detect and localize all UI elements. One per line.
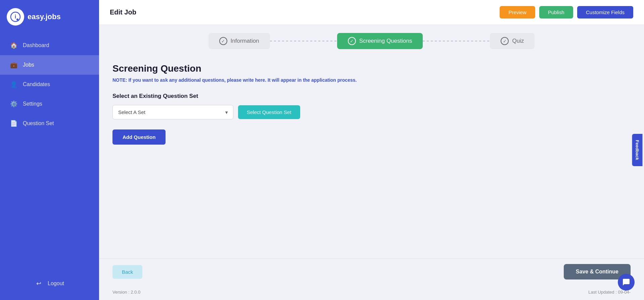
footer: Version : 2.0.0 Last Updated : 09-04- bbox=[99, 286, 644, 300]
add-question-button[interactable]: Add Question bbox=[112, 129, 166, 145]
sidebar: i easy.jobs 🏠 Dashboard 💼 Jobs 👤 Candida… bbox=[0, 0, 99, 300]
note-prefix: NOTE: bbox=[112, 77, 127, 83]
note-body: If you want to ask any additional questi… bbox=[128, 77, 357, 83]
customize-fields-button[interactable]: Customize Fields bbox=[577, 6, 633, 18]
settings-icon: ⚙️ bbox=[10, 100, 17, 108]
version-text: Version : 2.0.0 bbox=[112, 290, 140, 295]
sidebar-label-question-set: Question Set bbox=[23, 120, 54, 126]
sidebar-item-candidates[interactable]: 👤 Candidates bbox=[0, 75, 99, 94]
chat-button[interactable] bbox=[618, 274, 635, 291]
step-quiz[interactable]: ✓ Quiz bbox=[490, 33, 535, 49]
question-set-icon: 📄 bbox=[10, 120, 17, 127]
step-information-icon: ✓ bbox=[219, 37, 227, 45]
sidebar-item-settings[interactable]: ⚙️ Settings bbox=[0, 94, 99, 114]
step-quiz-label: Quiz bbox=[512, 38, 524, 44]
select-question-set-button[interactable]: Select Question Set bbox=[238, 105, 300, 119]
sidebar-nav: 🏠 Dashboard 💼 Jobs 👤 Candidates ⚙️ Setti… bbox=[0, 36, 99, 274]
sidebar-item-dashboard[interactable]: 🏠 Dashboard bbox=[0, 36, 99, 55]
note-text: NOTE: If you want to ask any additional … bbox=[112, 77, 631, 83]
logout-area: ↩ Logout bbox=[25, 274, 74, 300]
preview-button[interactable]: Preview bbox=[500, 6, 535, 18]
svg-point-2 bbox=[16, 18, 18, 21]
sidebar-label-dashboard: Dashboard bbox=[23, 42, 49, 48]
sidebar-label-jobs: Jobs bbox=[23, 62, 34, 68]
content-area: Screening Question NOTE: If you want to … bbox=[99, 52, 644, 258]
step-screening[interactable]: ✓ Screening Questions bbox=[337, 33, 423, 49]
select-set-wrapper: Select A Set ▼ bbox=[112, 105, 233, 119]
publish-button[interactable]: Publish bbox=[539, 6, 573, 18]
sidebar-item-question-set[interactable]: 📄 Question Set bbox=[0, 114, 99, 133]
step-information-label: Information bbox=[231, 38, 259, 44]
select-set-dropdown[interactable]: Select A Set bbox=[112, 105, 233, 119]
step-information[interactable]: ✓ Information bbox=[209, 33, 270, 49]
svg-text:i: i bbox=[15, 14, 16, 20]
logout-icon: ↩ bbox=[35, 280, 42, 287]
candidates-icon: 👤 bbox=[10, 81, 17, 88]
sidebar-item-logout[interactable]: ↩ Logout bbox=[25, 274, 74, 293]
sidebar-item-jobs[interactable]: 💼 Jobs bbox=[0, 55, 99, 75]
header: Edit Job Preview Publish Customize Field… bbox=[99, 0, 644, 25]
page-title: Edit Job bbox=[110, 8, 136, 16]
step-connector-1 bbox=[270, 41, 337, 41]
main-content: Edit Job Preview Publish Customize Field… bbox=[99, 0, 644, 300]
logo-area: i easy.jobs bbox=[0, 0, 99, 36]
home-icon: 🏠 bbox=[10, 42, 17, 49]
logo-icon: i bbox=[7, 8, 24, 26]
sidebar-label-logout: Logout bbox=[48, 280, 64, 287]
step-screening-label: Screening Questions bbox=[359, 38, 412, 44]
back-button[interactable]: Back bbox=[112, 265, 142, 279]
jobs-icon: 💼 bbox=[10, 61, 17, 69]
question-set-row: Select A Set ▼ Select Question Set bbox=[112, 105, 631, 119]
steps-container: ✓ Information ✓ Screening Questions ✓ Qu… bbox=[99, 25, 644, 52]
step-connector-2 bbox=[423, 41, 490, 41]
existing-set-label: Select an Existing Question Set bbox=[112, 93, 631, 100]
sidebar-label-settings: Settings bbox=[23, 101, 42, 107]
header-actions: Preview Publish Customize Fields bbox=[500, 6, 633, 18]
sidebar-label-candidates: Candidates bbox=[23, 81, 50, 87]
feedback-tab[interactable]: Feedback bbox=[632, 134, 643, 166]
step-screening-icon: ✓ bbox=[348, 37, 356, 45]
section-title: Screening Question bbox=[112, 63, 631, 74]
logo-text: easy.jobs bbox=[28, 12, 61, 21]
bottom-actions: Back Save & Continue bbox=[99, 258, 644, 286]
step-quiz-icon: ✓ bbox=[501, 37, 509, 45]
